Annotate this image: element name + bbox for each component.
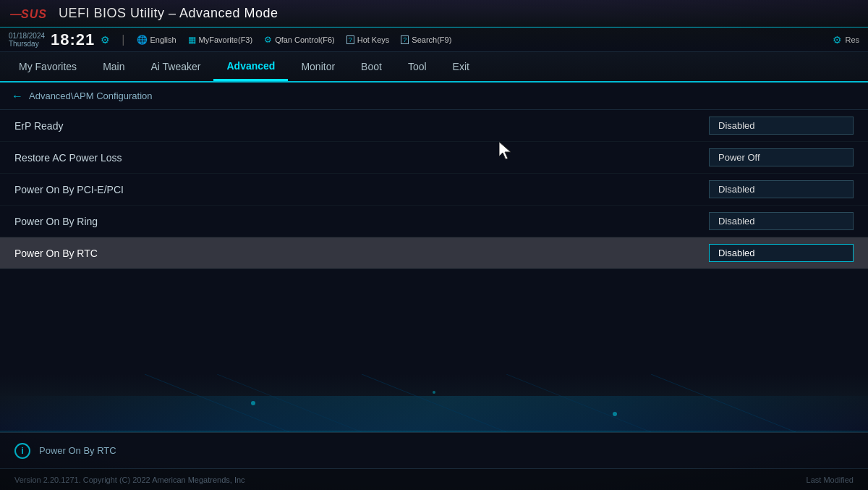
power-on-pci-value: Disabled	[709, 180, 854, 198]
hotkeys-icon: ?	[346, 35, 354, 44]
date-line1: 01/18/2024	[9, 32, 45, 40]
svg-line-3	[145, 374, 289, 432]
breadcrumb-bar: ← Advanced\APM Configuration	[0, 83, 868, 110]
bottom-section: i Power On By RTC Version 2.20.1271. Cop…	[0, 374, 868, 490]
date-line2: Thursday	[9, 40, 45, 48]
nav-boot[interactable]: Boot	[348, 52, 395, 81]
myfavorite-label: MyFavorite(F3)	[199, 35, 253, 44]
power-on-ring-label: Power On By Ring	[14, 216, 709, 227]
search-icon: ?	[401, 35, 409, 44]
bottom-info-bar: i Power On By RTC	[0, 432, 868, 468]
myfavorite-item[interactable]: ▦ MyFavorite(F3)	[188, 35, 253, 45]
asus-logo: ⸻SUS	[9, 5, 47, 22]
hotkeys-item[interactable]: ? Hot Keys	[346, 35, 390, 44]
erp-ready-label: ErP Ready	[14, 120, 709, 132]
svg-point-10	[613, 412, 617, 416]
svg-line-4	[217, 374, 362, 432]
qfan-item[interactable]: ⚙ Qfan Control(F6)	[264, 35, 335, 45]
setting-power-on-rtc[interactable]: Power On By RTC Disabled	[0, 237, 868, 269]
setting-power-on-pci[interactable]: Power On By PCI-E/PCI Disabled	[0, 174, 868, 206]
bottom-info-text: Power On By RTC	[39, 445, 116, 456]
nav-exit[interactable]: Exit	[440, 52, 482, 81]
language-label: English	[150, 35, 176, 44]
power-on-pci-label: Power On By PCI-E/PCI	[14, 184, 709, 195]
nav-ai-tweaker[interactable]: Ai Tweaker	[137, 52, 213, 81]
svg-line-6	[506, 374, 651, 432]
last-modified-text: Last Modified	[807, 476, 854, 484]
qfan-label: Qfan Control(F6)	[275, 35, 335, 44]
time-gear-icon: ⚙	[101, 34, 110, 46]
svg-line-7	[651, 374, 796, 432]
res-item[interactable]: ⚙ Res	[833, 34, 859, 46]
res-label: Res	[845, 35, 859, 44]
svg-point-8	[251, 401, 255, 405]
myfavorite-icon: ▦	[188, 35, 196, 45]
settings-container: ErP Ready Disabled Restore AC Power Loss…	[0, 110, 868, 269]
res-icon: ⚙	[833, 34, 842, 46]
power-on-rtc-value: Disabled	[709, 244, 854, 262]
divider: |	[122, 33, 124, 46]
date-time-section: 01/18/2024 Thursday 18:21 ⚙	[9, 30, 110, 49]
breadcrumb-path: Advanced\APM Configuration	[29, 90, 153, 101]
nav-advanced[interactable]: Advanced	[213, 52, 288, 81]
time-display: 18:21	[51, 30, 95, 49]
language-item[interactable]: 🌐 English	[137, 35, 176, 45]
erp-ready-value: Disabled	[709, 117, 854, 135]
copyright-text: Version 2.20.1271. Copyright (C) 2022 Am…	[14, 476, 245, 484]
search-label: Search(F9)	[412, 35, 451, 44]
power-on-ring-value: Disabled	[709, 212, 854, 230]
search-item[interactable]: ? Search(F9)	[401, 35, 451, 44]
nav-main[interactable]: Main	[90, 52, 137, 81]
setting-restore-ac[interactable]: Restore AC Power Loss Power Off	[0, 142, 868, 174]
power-on-rtc-label: Power On By RTC	[14, 248, 709, 259]
setting-erp-ready[interactable]: ErP Ready Disabled	[0, 110, 868, 142]
setting-power-on-ring[interactable]: Power On By Ring Disabled	[0, 206, 868, 237]
bios-utility-window: ⸻SUS UEFI BIOS Utility – Advanced Mode 0…	[0, 0, 868, 490]
nav-monitor[interactable]: Monitor	[288, 52, 348, 81]
qfan-icon: ⚙	[264, 35, 272, 45]
back-arrow-button[interactable]: ←	[12, 90, 23, 103]
nav-tool[interactable]: Tool	[395, 52, 440, 81]
restore-ac-label: Restore AC Power Loss	[14, 152, 709, 164]
svg-line-5	[362, 374, 506, 432]
info-circle-icon: i	[14, 443, 30, 459]
tech-decoration	[0, 374, 868, 432]
copyright-bar: Version 2.20.1271. Copyright (C) 2022 Am…	[0, 468, 868, 490]
svg-point-9	[433, 391, 435, 394]
restore-ac-value: Power Off	[709, 148, 854, 166]
bios-title: UEFI BIOS Utility – Advanced Mode	[59, 6, 278, 21]
globe-icon: 🌐	[137, 35, 148, 45]
info-bar: 01/18/2024 Thursday 18:21 ⚙ | 🌐 English …	[0, 28, 868, 52]
hotkeys-label: Hot Keys	[357, 35, 390, 44]
title-bar: ⸻SUS UEFI BIOS Utility – Advanced Mode	[0, 0, 868, 28]
nav-menu: My Favorites Main Ai Tweaker Advanced Mo…	[0, 52, 868, 83]
nav-my-favorites[interactable]: My Favorites	[6, 52, 90, 81]
